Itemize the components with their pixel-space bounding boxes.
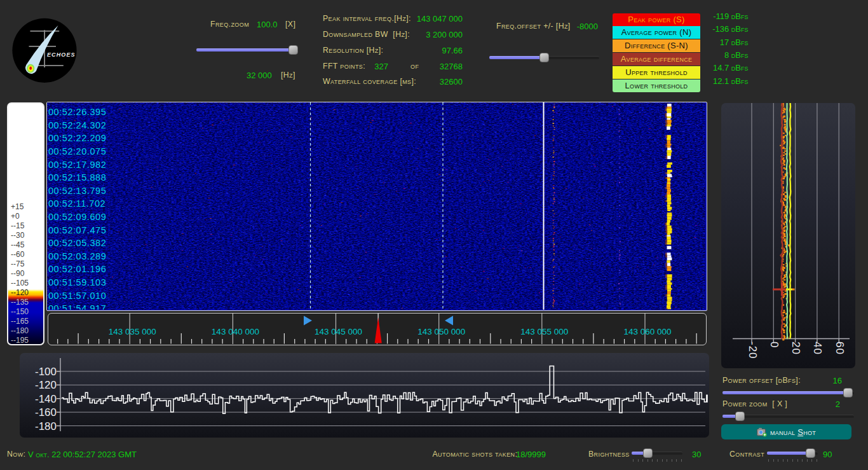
svg-text:00:51:54.917: 00:51:54.917 <box>48 303 106 310</box>
svg-text:60: 60 <box>834 342 846 355</box>
svg-text:00:52:26.395: 00:52:26.395 <box>48 107 106 117</box>
svg-text:00:52:22.209: 00:52:22.209 <box>48 133 106 143</box>
svg-text:00:52:13.795: 00:52:13.795 <box>48 186 106 196</box>
svg-text:00:52:15.888: 00:52:15.888 <box>48 172 106 183</box>
svg-text:-20: -20 <box>747 342 759 359</box>
svg-text:00:52:24.302: 00:52:24.302 <box>48 120 106 130</box>
svg-text:00:51:57.010: 00:51:57.010 <box>48 291 106 301</box>
svg-text:00:52:20.075: 00:52:20.075 <box>48 146 106 156</box>
svg-text:143 045 000: 143 045 000 <box>314 327 362 336</box>
svg-text:143 050 000: 143 050 000 <box>417 327 465 336</box>
svg-text:0: 0 <box>768 342 780 348</box>
svg-text:00:52:05.382: 00:52:05.382 <box>48 238 106 248</box>
svg-text:ECHOES: ECHOES <box>47 52 76 58</box>
svg-text:-100: -100 <box>35 365 57 377</box>
svg-text:143 035 000: 143 035 000 <box>108 327 156 336</box>
svg-text:00:52:07.475: 00:52:07.475 <box>48 225 106 235</box>
svg-text:40: 40 <box>811 342 824 355</box>
svg-text:-140: -140 <box>35 392 57 404</box>
svg-text:00:51:59.103: 00:51:59.103 <box>48 277 106 287</box>
svg-text:00:52:03.289: 00:52:03.289 <box>48 251 106 261</box>
svg-text:143 040 000: 143 040 000 <box>211 327 259 336</box>
svg-text:20: 20 <box>790 342 802 355</box>
svg-text:00:52:09.609: 00:52:09.609 <box>48 212 106 222</box>
svg-text:143 060 000: 143 060 000 <box>623 327 671 336</box>
svg-text:00:52:17.982: 00:52:17.982 <box>48 160 106 170</box>
svg-text:00:52:11.702: 00:52:11.702 <box>48 198 105 209</box>
svg-text:143 055 000: 143 055 000 <box>520 327 568 336</box>
svg-text:-180: -180 <box>35 420 57 432</box>
svg-text:00:52:01.196: 00:52:01.196 <box>48 264 106 274</box>
svg-text:-160: -160 <box>35 406 57 418</box>
svg-text:-120: -120 <box>35 379 57 391</box>
